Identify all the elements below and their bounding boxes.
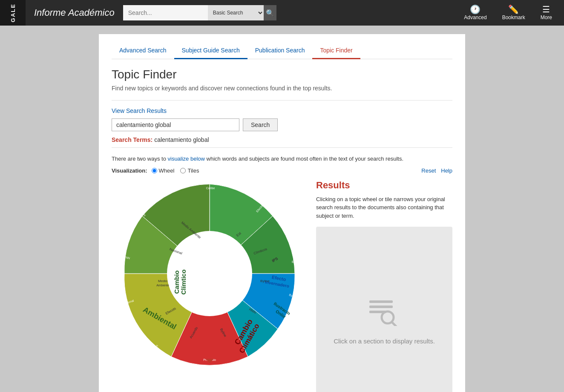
search-terms-line: Search Terms: calentamiento global <box>112 136 452 143</box>
label-cambio-climatico-text: Cambio <box>173 270 180 294</box>
viz-info-text: There are two ways to visualize below wh… <box>112 155 452 163</box>
help-link[interactable]: Help <box>441 167 452 174</box>
label-small-est: Est <box>292 260 296 263</box>
tab-advanced-search[interactable]: Advanced Search <box>112 43 174 59</box>
page-title: Topic Finder <box>112 68 452 81</box>
logo-block: GALE <box>0 0 26 26</box>
wheel-radio-label[interactable]: Wheel <box>152 167 175 174</box>
tiles-radio-text: Tiles <box>187 167 199 174</box>
view-results-link[interactable]: View Search Results <box>112 107 452 114</box>
divider-1 <box>112 100 452 101</box>
results-title: Results <box>316 180 452 191</box>
label-small-acuerdo: Acuerdo <box>270 340 279 351</box>
tab-publication-search[interactable]: Publication Search <box>247 43 313 59</box>
label-small-caribe: Caribe <box>206 187 215 190</box>
bookmark-icon: ✏️ <box>508 5 519 14</box>
topic-wheel-svg[interactable]: IPS Cambio Clímatico Cambio Clímtico Efe… <box>116 180 303 367</box>
divider-2 <box>112 147 452 148</box>
search-bar: Basic Search Advanced Search 🔍 <box>123 5 276 20</box>
bookmark-action[interactable]: ✏️ Bookmark <box>495 2 533 24</box>
tiles-radio[interactable] <box>180 168 186 173</box>
advanced-action[interactable]: 🕐 Advanced <box>456 2 494 24</box>
label-small-cnn: CNN <box>123 255 130 259</box>
results-placeholder-text: Click on a section to display results. <box>334 337 435 345</box>
search-row: Search <box>112 118 452 131</box>
main-content: Advanced Search Subject Guide Search Pub… <box>99 34 465 392</box>
wheel-container[interactable]: IPS Cambio Clímatico Cambio Clímtico Efe… <box>112 180 308 367</box>
inner-byline-right: Byline <box>260 279 270 283</box>
topic-search-input[interactable] <box>112 118 239 131</box>
tab-bar: Advanced Search Subject Guide Search Pub… <box>112 43 452 59</box>
menu-icon: ☰ <box>542 5 550 14</box>
search-placeholder-icon <box>367 296 401 331</box>
viz-controls: Visualization: Wheel Tiles Reset Help <box>112 167 452 174</box>
label-small-climticos: Clímticos <box>148 343 158 355</box>
topnav-actions: 🕐 Advanced ✏️ Bookmark ☰ More <box>456 2 564 24</box>
content-area: IPS Cambio Clímatico Cambio Clímtico Efe… <box>112 180 452 392</box>
search-type-select[interactable]: Basic Search Advanced Search <box>208 5 264 20</box>
advanced-label: Advanced <box>464 14 486 20</box>
svg-rect-2 <box>369 300 393 303</box>
topnav-search-input[interactable] <box>123 5 208 20</box>
label-cambio-climatico-left: Cambio Clímatico <box>116 180 141 181</box>
svg-line-6 <box>392 322 397 326</box>
search-terms-value: calentamiento global <box>154 136 209 143</box>
viz-links: Reset Help <box>421 167 452 174</box>
clock-icon: 🕐 <box>470 5 481 14</box>
results-placeholder: Click on a section to display results. <box>316 227 452 392</box>
brand-name: Informe Académico <box>26 7 123 18</box>
wheel-radio-text: Wheel <box>159 167 175 174</box>
page-wrap: Advanced Search Subject Guide Search Pub… <box>0 26 564 392</box>
more-label: More <box>541 14 552 20</box>
logo-text: GALE <box>10 3 16 22</box>
label-small-naciones: Naciones <box>136 205 147 216</box>
results-description: Clicking on a topic wheel or tile narrow… <box>316 195 452 220</box>
results-panel: Results Clicking on a topic wheel or til… <box>316 180 452 392</box>
visualize-link[interactable]: visualize below <box>168 156 205 162</box>
tiles-radio-label[interactable]: Tiles <box>180 167 199 174</box>
svg-rect-3 <box>369 306 393 308</box>
visualization-label: Visualization: <box>112 167 147 174</box>
more-action[interactable]: ☰ More <box>533 2 560 24</box>
label-climatico-text: Clímtico <box>180 269 187 294</box>
wheel-radio[interactable] <box>152 168 157 173</box>
tab-topic-finder[interactable]: Topic Finder <box>312 43 360 59</box>
top-navigation: GALE Informe Académico Basic Search Adva… <box>0 0 564 26</box>
inner-medio-ambiente: Medio <box>158 279 167 283</box>
search-terms-label: Search Terms: <box>112 136 153 143</box>
search-button[interactable]: Search <box>243 118 278 131</box>
viz-radio-group: Wheel Tiles <box>152 167 199 174</box>
tab-subject-guide[interactable]: Subject Guide Search <box>174 43 247 59</box>
bookmark-label: Bookmark <box>502 14 525 20</box>
topnav-search-button[interactable]: 🔍 <box>264 5 276 20</box>
page-description: Find new topics or keywords and discover… <box>112 85 452 92</box>
inner-ambiente: Ambiente <box>156 284 169 287</box>
reset-link[interactable]: Reset <box>421 167 436 174</box>
